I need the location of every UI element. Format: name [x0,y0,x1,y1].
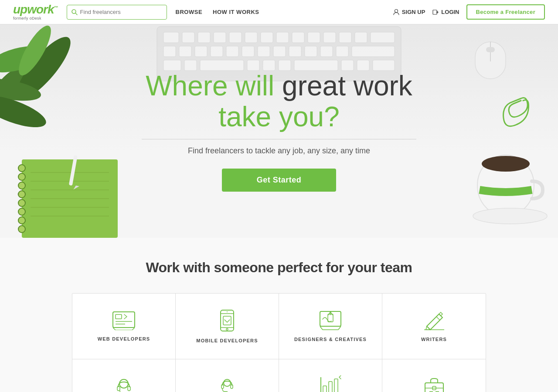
login-label: LOGIN [441,9,459,15]
header-right: SIGN UP LOGIN Become a Freelancer [393,4,545,20]
svg-point-72 [473,208,547,224]
svg-point-55 [18,173,25,180]
svg-rect-36 [305,46,317,57]
svg-rect-31 [226,46,238,57]
svg-point-61 [18,226,25,233]
category-sales-marketing[interactable]: SALES & MARKETING EXPERTS [279,359,382,392]
logo[interactable]: upwork™ formerly oDesk [13,3,58,20]
login-button[interactable]: LOGIN [432,9,459,16]
nav-how-it-works[interactable]: HOW IT WORKS [213,9,259,15]
svg-rect-24 [339,32,351,43]
svg-rect-19 [261,32,273,43]
svg-rect-35 [289,46,301,57]
svg-rect-47 [341,60,354,71]
notebook-decoration [9,151,126,238]
svg-rect-30 [211,46,223,57]
category-designers-label: DESIGNERS & CREATIVES [294,337,367,342]
svg-point-57 [18,191,25,198]
nav-browse[interactable]: BROWSE [176,9,203,15]
accountants-icon [423,375,445,392]
sales-marketing-icon [319,375,342,392]
category-accountants[interactable]: ACCOUNTANTS & CONSULTANTS [382,359,486,392]
customer-service-icon [216,378,238,392]
svg-rect-49 [373,60,395,71]
svg-rect-28 [179,46,191,57]
paperclip-decoration [501,94,532,133]
logo-text: upwork™ [13,3,58,16]
svg-rect-39 [352,46,395,57]
svg-rect-40 [163,60,181,71]
get-started-button[interactable]: Get Started [222,169,337,192]
category-designers[interactable]: DESIGNERS & CREATIVES [279,294,382,359]
svg-rect-52 [486,47,495,52]
svg-rect-112 [425,383,443,392]
svg-rect-26 [371,32,395,43]
hero-divider [142,139,416,139]
svg-rect-32 [242,46,254,57]
sign-up-icon [393,9,400,16]
svg-point-85 [226,328,228,330]
category-mobile-developers[interactable]: MOBILE DEVELOPERS [176,294,279,359]
svg-point-60 [18,217,25,224]
category-writers[interactable]: WRITERS [382,294,486,359]
svg-rect-22 [308,32,320,43]
svg-rect-27 [163,46,176,57]
sign-up-button[interactable]: SIGN UP [393,9,425,16]
category-web-developers[interactable]: WEB DEVELOPERS [72,294,176,359]
category-web-developers-label: WEB DEVELOPERS [98,336,150,341]
svg-line-1 [75,13,77,15]
hero-section: upwork Where will great worktake you? Fi… [0,24,558,238]
svg-rect-45 [279,60,291,71]
svg-line-89 [338,326,341,330]
category-customer-service[interactable]: CUSTOMER SERVICE AGENTS [176,359,279,392]
section-title: Work with someone perfect for your team [13,260,545,276]
svg-rect-17 [229,32,242,43]
hero-subtitle: Find freelancers to tackle any job, any … [142,146,416,155]
svg-text:upwork: upwork [493,187,512,193]
svg-rect-34 [273,46,286,57]
hero-title: Where will great worktake you? [142,71,416,132]
search-icon [71,9,78,15]
svg-rect-110 [329,382,332,392]
svg-rect-46 [294,60,338,71]
svg-rect-109 [323,386,327,392]
become-freelancer-button[interactable]: Become a Freelancer [466,4,545,20]
svg-rect-20 [276,32,289,43]
category-virtual-assistants[interactable]: VIRTUAL ASSISTANTS [72,359,176,392]
svg-point-58 [18,199,25,206]
svg-point-2 [395,9,398,12]
svg-point-71 [482,156,530,172]
svg-point-59 [18,208,25,215]
svg-point-103 [224,379,231,386]
sign-up-label: SIGN UP [402,9,425,15]
svg-rect-41 [184,60,197,71]
hero-content: Where will great worktake you? Find free… [142,71,416,192]
svg-line-97 [436,317,440,320]
logo-formerly: formerly oDesk [13,16,58,20]
nav-links: BROWSE HOW IT WORKS [176,9,393,15]
svg-rect-111 [334,379,338,392]
svg-rect-16 [214,32,226,43]
svg-rect-38 [336,46,348,57]
svg-rect-37 [320,46,333,57]
search-bar[interactable] [67,5,167,20]
svg-rect-18 [245,32,257,43]
svg-point-56 [18,182,25,189]
categories-grid: WEB DEVELOPERS MOBILE DEVELOPERS [72,293,486,392]
svg-point-99 [119,379,128,388]
search-input[interactable] [80,9,162,15]
svg-point-54 [18,165,25,172]
svg-line-95 [426,326,427,330]
svg-rect-42 [200,60,244,71]
svg-rect-75 [116,314,122,319]
svg-rect-14 [182,32,194,43]
coffee-decoration: upwork [471,146,558,233]
svg-rect-23 [323,32,336,43]
mobile-dev-icon [220,309,235,332]
web-dev-icon [112,311,136,330]
virtual-assistant-icon [113,378,135,392]
header: upwork™ formerly oDesk BROWSE HOW IT WOR… [0,0,558,24]
designers-icon [319,311,342,331]
svg-rect-25 [355,32,367,43]
svg-rect-81 [221,310,234,331]
